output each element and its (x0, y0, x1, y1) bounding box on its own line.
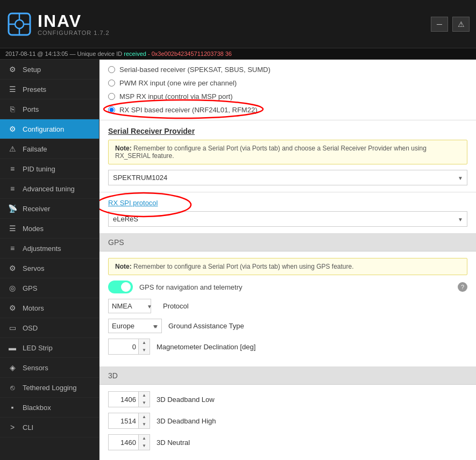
motors-icon: ⚙ (8, 304, 17, 312)
sidebar-item-cli[interactable]: > CLI (0, 418, 99, 437)
cli-icon: > (8, 423, 17, 432)
adjustments-icon: ≡ (8, 244, 17, 253)
app-version: CONFIGURATOR 1.7.2 (38, 30, 110, 36)
sidebar-label-cli: CLI (23, 423, 33, 432)
sidebar-item-adjustments[interactable]: ≡ Adjustments (0, 239, 99, 258)
deadband-low-down-button[interactable]: ▼ (139, 399, 150, 407)
warning-icon[interactable]: ⚠ (452, 17, 470, 32)
gps-ground-assist-select[interactable]: Europe North America Asia Oceania South … (108, 319, 162, 333)
rx-option-msp: MSP RX input (control via MSP port) (108, 90, 467, 103)
gps-toggle[interactable] (108, 281, 133, 293)
sidebar-label-sensors: Sensors (23, 364, 48, 372)
mag-dec-up-button[interactable]: ▲ (139, 339, 150, 347)
srp-note: Note: Remember to configure a Serial Por… (108, 140, 467, 164)
sidebar-item-sensors[interactable]: ◈ Sensors (0, 358, 99, 378)
sidebar-item-modes[interactable]: ☰ Modes (0, 219, 99, 239)
sidebar-item-receiver[interactable]: 📡 Receiver (0, 199, 99, 219)
neutral-spin-buttons: ▲ ▼ (138, 435, 150, 450)
sidebar-item-blackbox[interactable]: ▪ Blackbox (0, 398, 99, 418)
rx-options-block: Serial-based receiver (SPEKSAT, SBUS, SU… (100, 60, 476, 120)
toggle-slider (108, 281, 133, 293)
pid-icon: ≡ (8, 164, 17, 173)
blackbox-icon: ▪ (8, 403, 17, 412)
top-icons: ─ ⚠ (431, 17, 470, 32)
gps-header: GPS (100, 234, 476, 251)
serial-receiver-provider-section: Serial Receiver Provider Note: Remember … (100, 120, 476, 192)
rx-msp-label: MSP RX input (control via MSP port) (119, 92, 233, 100)
gps-note: Note: Remember to configure a Serial Por… (108, 258, 467, 275)
threed-neutral-row: ▲ ▼ 3D Neutral (108, 434, 467, 450)
sidebar-item-setup[interactable]: ⚙ Setup (0, 60, 99, 80)
neutral-input[interactable] (109, 435, 138, 450)
gps-note-label: Note: (115, 263, 132, 270)
deadband-low-spin-buttons: ▲ ▼ (138, 392, 150, 407)
modes-icon: ☰ (8, 224, 17, 233)
deadband-high-input[interactable] (109, 413, 138, 428)
sidebar-label-setup: Setup (23, 66, 41, 74)
mag-dec-spin-buttons: ▲ ▼ (138, 339, 150, 354)
threed-header: 3D (100, 367, 476, 385)
gps-mag-dec-row: ▲ ▼ Magnetometer Declination [deg] (108, 339, 467, 355)
rx-spi-title[interactable]: RX SPI protocol (108, 199, 467, 207)
sidebar-label-tethered: Tethered Logging (23, 384, 76, 392)
sidebar-item-servos[interactable]: ⚙ Servos (0, 258, 99, 278)
rx-msp-radio[interactable] (108, 93, 115, 100)
sidebar: ⚙ Setup ☰ Presets ⎘ Ports ⚙ Configuratio… (0, 60, 100, 460)
sidebar-item-configuration[interactable]: ⚙ Configuration (0, 119, 99, 139)
threed-deadband-high-row: ▲ ▼ 3D Deadband High (108, 413, 467, 429)
srp-note-label: Note: (115, 145, 132, 152)
sidebar-label-adjustments: Adjustments (23, 245, 61, 253)
failsafe-icon: ⚠ (8, 145, 17, 153)
sidebar-item-led-strip[interactable]: ▬ LED Strip (0, 338, 99, 358)
gps-section: GPS Note: Remember to configure a Serial… (100, 234, 476, 367)
rx-serial-label: Serial-based receiver (SPEKSAT, SBUS, SU… (119, 66, 271, 74)
sidebar-item-presets[interactable]: ☰ Presets (0, 80, 99, 99)
servos-icon: ⚙ (8, 264, 17, 272)
deadband-high-wrap: ▲ ▼ (108, 413, 150, 429)
gps-mag-dec-input[interactable] (109, 339, 138, 354)
deadband-high-down-button[interactable]: ▼ (139, 421, 150, 428)
sidebar-label-ports: Ports (23, 105, 39, 113)
sidebar-item-tethered-logging[interactable]: ⎋ Tethered Logging (0, 378, 99, 398)
sidebar-item-gps[interactable]: ◎ GPS (0, 278, 99, 298)
minimize-button[interactable]: ─ (431, 17, 448, 32)
gps-toggle-label: GPS for navigation and telemetry (139, 283, 243, 291)
deadband-low-up-button[interactable]: ▲ (139, 392, 150, 399)
gps-ground-assist-row: Europe North America Asia Oceania South … (108, 319, 467, 333)
rx-radio-group: Serial-based receiver (SPEKSAT, SBUS, SU… (100, 60, 476, 120)
sidebar-label-configuration: Configuration (23, 125, 64, 133)
sidebar-item-pid-tuning[interactable]: ≡ PID tuning (0, 159, 99, 179)
svg-point-1 (15, 20, 24, 28)
gps-help-icon[interactable]: ? (458, 282, 467, 292)
srp-select[interactable]: SPEKTRUM1024 SPEKTRUM2048 SBUS SUMD SUMH… (108, 170, 467, 185)
sidebar-item-failsafe[interactable]: ⚠ Failsafe (0, 139, 99, 159)
setup-icon: ⚙ (8, 65, 17, 74)
presets-icon: ☰ (8, 85, 17, 94)
rx-spi-select[interactable]: eLeReS V202_250K V202_1M SYMA_X SYMA_X5C… (108, 211, 467, 227)
rx-pwm-label: PWM RX input (one wire per channel) (119, 79, 237, 87)
sidebar-item-ports[interactable]: ⎘ Ports (0, 99, 99, 119)
ports-icon: ⎘ (8, 105, 17, 113)
gps-protocol-select[interactable]: NMEA UBLOX NAZA I2C-NAV MTESP (108, 299, 151, 313)
advanced-icon: ≡ (8, 184, 17, 193)
rx-pwm-radio[interactable] (108, 80, 115, 87)
sidebar-item-advanced-tuning[interactable]: ≡ Advanced tuning (0, 179, 99, 199)
gps-ground-assist-label: Ground Assistance Type (168, 322, 244, 330)
neutral-down-button[interactable]: ▼ (139, 442, 150, 450)
srp-select-wrap: SPEKTRUM1024 SPEKTRUM2048 SBUS SUMD SUMH… (108, 170, 467, 185)
rx-serial-radio[interactable] (108, 66, 115, 73)
gps-note-text: Remember to configure a Serial Port (via… (133, 263, 354, 270)
deadband-high-up-button[interactable]: ▲ (139, 413, 150, 421)
sidebar-item-motors[interactable]: ⚙ Motors (0, 298, 99, 318)
deadband-low-input[interactable] (109, 392, 138, 407)
neutral-up-button[interactable]: ▲ (139, 435, 150, 442)
sidebar-label-advanced: Advanced tuning (23, 185, 75, 193)
mag-dec-down-button[interactable]: ▼ (139, 347, 150, 354)
sidebar-label-blackbox: Blackbox (23, 404, 51, 412)
main-layout: ⚙ Setup ☰ Presets ⎘ Ports ⚙ Configuratio… (0, 60, 476, 460)
rx-spi-radio[interactable] (108, 106, 115, 113)
deadband-high-spin-buttons: ▲ ▼ (138, 413, 150, 428)
sidebar-item-osd[interactable]: ▭ OSD (0, 318, 99, 338)
gps-ground-assist-select-wrap: Europe North America Asia Oceania South … (108, 319, 162, 333)
rx-spi-label: RX SPI based receiver (NRF24L01, RFM22) (119, 106, 257, 114)
